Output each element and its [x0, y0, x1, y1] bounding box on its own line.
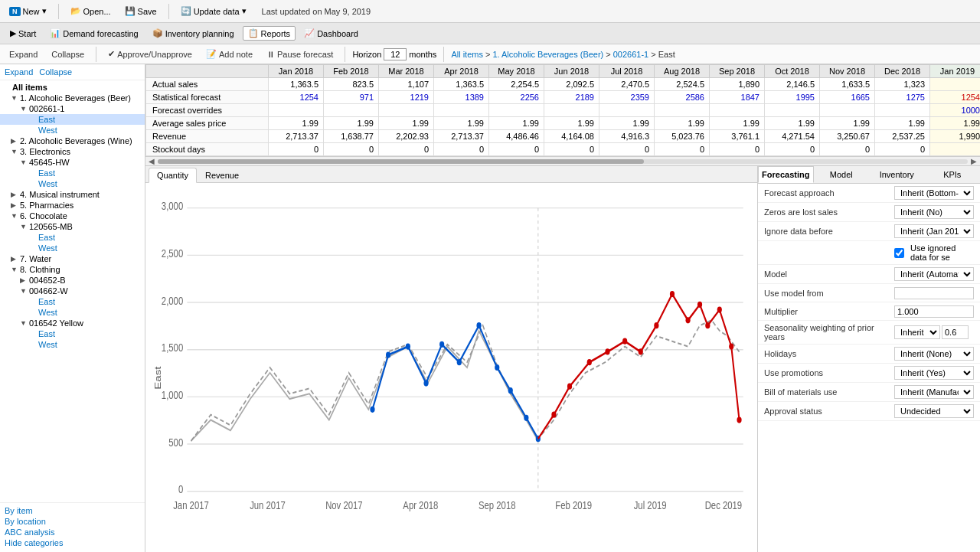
tab-quantity[interactable]: Quantity: [149, 168, 197, 183]
cell[interactable]: 0: [324, 143, 379, 156]
cell[interactable]: 2,092.5: [544, 78, 599, 91]
cell[interactable]: 1.99: [324, 117, 379, 130]
approve-button[interactable]: ✔ Approve/Unapprove: [103, 47, 197, 61]
breadcrumb-level2[interactable]: 002661-1: [613, 50, 649, 59]
seasonality-value-input[interactable]: [942, 325, 969, 339]
cell[interactable]: 0: [765, 143, 820, 156]
dashboard-button[interactable]: 📈 Dashboard: [299, 26, 364, 41]
tree-item-west5[interactable]: West: [0, 339, 145, 350]
tree-item-musical[interactable]: ▶ 4. Musical instrument: [0, 189, 145, 200]
seasonality-select[interactable]: Inherit: [894, 325, 940, 339]
tree-item-east5[interactable]: East: [0, 328, 145, 339]
cell[interactable]: [930, 143, 981, 156]
open-button[interactable]: 📂 Open...: [66, 4, 116, 18]
cell[interactable]: 1,107: [379, 78, 434, 91]
tab-inventory[interactable]: Inventory: [869, 166, 925, 183]
cell[interactable]: 1389: [434, 91, 489, 104]
add-note-button[interactable]: 📝 Add note: [201, 47, 257, 61]
breadcrumb-all-items[interactable]: All items: [451, 50, 483, 59]
approval-select[interactable]: Undecided: [894, 404, 974, 418]
cell[interactable]: 0: [379, 143, 434, 156]
cell[interactable]: 1,890: [710, 78, 765, 91]
by-item-link[interactable]: By item: [5, 506, 140, 515]
cell[interactable]: 1254: [269, 91, 324, 104]
cell[interactable]: 1.99: [434, 117, 489, 130]
cell[interactable]: 1,990: [930, 130, 981, 143]
cell[interactable]: 0: [489, 143, 544, 156]
start-button[interactable]: ▶ Start: [5, 26, 41, 41]
cell[interactable]: 1847: [710, 91, 765, 104]
scroll-right-arrow[interactable]: ▶: [971, 157, 977, 165]
collapse-all-link[interactable]: Collapse: [39, 67, 72, 77]
cell[interactable]: 1.99: [379, 117, 434, 130]
cell[interactable]: 0: [544, 143, 599, 156]
holidays-select[interactable]: Inherit (None): [894, 347, 974, 361]
tree-item-east3[interactable]: East: [0, 232, 145, 243]
cell[interactable]: 1.99: [489, 117, 544, 130]
cell[interactable]: 1.99: [544, 117, 599, 130]
tree-item-alc-wine[interactable]: ▶ 2. Alcoholic Beverages (Wine): [0, 136, 145, 146]
cell[interactable]: 1,633.5: [820, 78, 875, 91]
model-select[interactable]: Inherit (Automatic selection): [894, 267, 974, 281]
tree-all-items[interactable]: All items: [0, 82, 145, 93]
cell[interactable]: [820, 104, 875, 117]
tree-item-002661[interactable]: ▼ 002661-1: [0, 103, 145, 114]
cell[interactable]: 2256: [489, 91, 544, 104]
forecast-approach-select[interactable]: Inherit (Bottom-up): [894, 186, 974, 200]
cell[interactable]: 1,323: [875, 78, 930, 91]
cell[interactable]: 2,713.37: [269, 130, 324, 143]
cell[interactable]: 1219: [379, 91, 434, 104]
promotions-select[interactable]: Inherit (Yes): [894, 366, 974, 380]
cell[interactable]: 2586: [655, 91, 710, 104]
expand-all-link[interactable]: Expand: [5, 67, 33, 77]
cell[interactable]: 0: [434, 143, 489, 156]
tree-item-alc-beer[interactable]: ▼ 1. Alcoholic Beverages (Beer): [0, 93, 145, 103]
cell[interactable]: 2,146.5: [765, 78, 820, 91]
cell[interactable]: 0: [655, 143, 710, 156]
cell[interactable]: 0: [710, 143, 765, 156]
cell[interactable]: [324, 104, 379, 117]
cell[interactable]: 1,363.5: [269, 78, 324, 91]
cell[interactable]: 3,761.1: [710, 130, 765, 143]
collapse-button[interactable]: Collapse: [47, 47, 89, 61]
scroll-left-arrow[interactable]: ◀: [149, 157, 155, 165]
scroll-thumb[interactable]: [158, 159, 644, 164]
tab-forecasting[interactable]: Forecasting: [758, 166, 814, 183]
bom-select[interactable]: Inherit (Manufacturer): [894, 385, 974, 399]
cell[interactable]: 5,023.76: [655, 130, 710, 143]
cell[interactable]: [544, 104, 599, 117]
breadcrumb-level1[interactable]: 1. Alcoholic Beverages (Beer): [492, 50, 603, 59]
new-button[interactable]: N New ▾: [5, 4, 51, 18]
cell[interactable]: 971: [324, 91, 379, 104]
tree-item-pharmacies[interactable]: ▶ 5. Pharmacies: [0, 200, 145, 211]
cell[interactable]: 2,713.37: [434, 130, 489, 143]
cell[interactable]: 2,524.5: [655, 78, 710, 91]
cell[interactable]: 1.99: [599, 117, 655, 130]
cell[interactable]: 0: [599, 143, 655, 156]
cell[interactable]: [489, 104, 544, 117]
tree-item-016542[interactable]: ▼ 016542 Yellow: [0, 318, 145, 328]
cell[interactable]: 1.99: [710, 117, 765, 130]
cell[interactable]: 1.99: [875, 117, 930, 130]
tree-item-west3[interactable]: West: [0, 243, 145, 253]
use-ignored-checkbox[interactable]: [894, 248, 904, 258]
cell[interactable]: [434, 104, 489, 117]
cell[interactable]: [875, 104, 930, 117]
cell[interactable]: 1,638.77: [324, 130, 379, 143]
cell[interactable]: 1000: [930, 104, 981, 117]
cell[interactable]: 4,486.46: [489, 130, 544, 143]
cell[interactable]: [599, 104, 655, 117]
cell[interactable]: 1254: [930, 91, 981, 104]
scroll-track[interactable]: [158, 159, 968, 164]
cell[interactable]: 2,202.93: [379, 130, 434, 143]
cell[interactable]: 2,254.5: [489, 78, 544, 91]
tree-item-45645[interactable]: ▼ 45645-HW: [0, 157, 145, 168]
cell[interactable]: 1.99: [269, 117, 324, 130]
cell[interactable]: 1665: [820, 91, 875, 104]
cell[interactable]: 1275: [875, 91, 930, 104]
tree-item-east4[interactable]: East: [0, 296, 145, 307]
cell[interactable]: 2,537.25: [875, 130, 930, 143]
update-data-button[interactable]: 🔄 Update data ▾: [176, 4, 251, 18]
cell[interactable]: 1995: [765, 91, 820, 104]
by-location-link[interactable]: By location: [5, 517, 140, 526]
